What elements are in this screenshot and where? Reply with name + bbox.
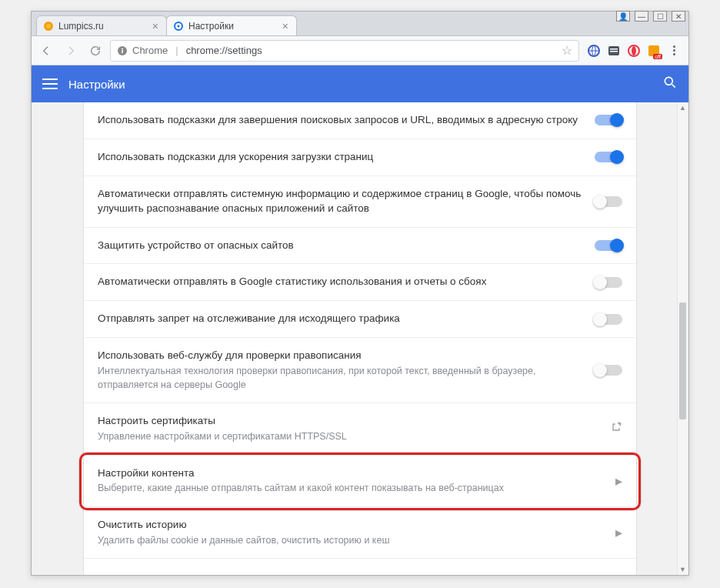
window-minimize-button[interactable]: —	[635, 11, 648, 22]
scroll-track[interactable]	[678, 113, 688, 564]
row-subtitle: Удалить файлы cookie и данные сайтов, оч…	[98, 534, 603, 548]
settings-row[interactable]: Очистить историюУдалить файлы cookie и д…	[84, 507, 636, 559]
svg-rect-6	[122, 50, 123, 53]
toggle-switch[interactable]	[595, 196, 622, 207]
row-text: Использовать подсказки для ускорения заг…	[98, 150, 582, 165]
row-text: Настроить сертификатыУправление настройк…	[98, 414, 598, 443]
row-subtitle: Выберите, какие данные отправлять сайтам…	[98, 482, 603, 496]
row-title: Использовать подсказки для ускорения заг…	[98, 150, 582, 165]
row-title: Автоматически отправлять системную инфор…	[98, 187, 582, 216]
scroll-up-arrow[interactable]: ▲	[678, 102, 688, 113]
toggle-switch[interactable]	[595, 152, 622, 162]
favicon-gear-icon	[173, 21, 184, 32]
nav-back-button[interactable]	[36, 41, 56, 61]
row-title: Настроить сертификаты	[98, 414, 598, 429]
toggle-switch[interactable]	[595, 240, 622, 251]
extension-onetab-icon[interactable]	[607, 44, 621, 58]
settings-title: Настройки	[68, 78, 125, 91]
tab-settings[interactable]: Настройки ×	[166, 15, 297, 35]
window-close-button[interactable]: ✕	[672, 11, 685, 22]
bookmark-star-icon[interactable]: ☆	[562, 43, 572, 58]
settings-row: Защитить устройство от опасных сайтов	[84, 228, 636, 265]
toggle-switch[interactable]	[595, 365, 622, 376]
svg-rect-10	[610, 51, 618, 52]
settings-row: Автоматически отправлять в Google статис…	[84, 264, 636, 301]
svg-point-3	[178, 25, 180, 27]
omnibox-separator: |	[172, 45, 181, 56]
toggle-switch[interactable]	[595, 277, 622, 288]
site-info-icon[interactable]	[117, 45, 128, 56]
svg-point-5	[122, 48, 123, 49]
settings-search-button[interactable]	[662, 75, 678, 93]
chrome-menu-button[interactable]	[667, 42, 681, 58]
extension-off-badge[interactable]: off	[647, 44, 661, 58]
row-title: Использовать веб-службу для проверки пра…	[98, 349, 582, 363]
toggle-switch[interactable]	[595, 314, 622, 325]
scroll-down-arrow[interactable]: ▼	[678, 564, 688, 575]
address-bar: Chrome | chrome://settings ☆ off	[32, 36, 688, 65]
row-text: Автоматически отправлять в Google статис…	[98, 275, 582, 289]
row-title: Автоматически отправлять в Google статис…	[98, 275, 582, 289]
chevron-right-icon: ▸	[615, 473, 622, 489]
settings-row: Автоматически отправлять системную инфор…	[84, 176, 636, 228]
settings-header: Настройки	[32, 65, 688, 102]
extensions-row: off	[584, 42, 684, 58]
external-link-icon[interactable]	[610, 423, 622, 436]
nav-reload-button[interactable]	[85, 41, 105, 61]
settings-row: Использовать подсказки для ускорения заг…	[84, 139, 636, 176]
row-text: Использовать подсказки для завершения по…	[98, 113, 582, 128]
row-text: Защитить устройство от опасных сайтов	[98, 239, 582, 253]
tab-strip: Lumpics.ru × Настройки ×	[32, 12, 688, 36]
row-text: Настройки контентаВыберите, какие данные…	[98, 466, 603, 496]
row-text: Отправлять запрет на отслеживание для ис…	[98, 312, 582, 326]
tab-close-icon[interactable]: ×	[281, 20, 290, 32]
row-text: Автоматически отправлять системную инфор…	[98, 187, 582, 216]
settings-content: Использовать подсказки для завершения по…	[32, 102, 688, 575]
row-title: Настройки контента	[98, 466, 603, 481]
row-title: Защитить устройство от опасных сайтов	[98, 239, 582, 253]
extension-opera-icon[interactable]	[627, 44, 641, 58]
tab-title: Lumpics.ru	[58, 21, 146, 32]
toggle-switch[interactable]	[595, 115, 622, 125]
settings-row: Использовать подсказки для завершения по…	[84, 102, 636, 139]
svg-point-1	[46, 24, 51, 28]
row-title: Очистить историю	[98, 518, 603, 533]
row-text: Очистить историюУдалить файлы cookie и д…	[98, 518, 603, 547]
window-maximize-button[interactable]: ☐	[653, 11, 667, 22]
favicon-orange-icon	[43, 21, 54, 32]
settings-row[interactable]: Настройки контентаВыберите, какие данные…	[84, 456, 636, 507]
row-title: Отправлять запрет на отслеживание для ис…	[98, 312, 582, 326]
menu-hamburger-button[interactable]	[42, 79, 58, 89]
omnibox[interactable]: Chrome | chrome://settings ☆	[110, 40, 579, 62]
chevron-right-icon: ▸	[615, 525, 622, 540]
svg-rect-9	[610, 48, 618, 50]
window-user-button[interactable]: 👤	[616, 11, 630, 22]
window-controls: 👤 — ☐ ✕	[613, 9, 688, 23]
svg-point-12	[632, 46, 636, 55]
row-subtitle: Интеллектуальная технология проверки пра…	[98, 365, 582, 392]
extension-globe-icon[interactable]	[587, 44, 601, 58]
settings-card: Использовать подсказки для завершения по…	[83, 102, 637, 575]
extension-off-label: off	[653, 54, 662, 59]
tab-lumpics[interactable]: Lumpics.ru ×	[36, 15, 167, 35]
settings-row[interactable]: Настроить сертификатыУправление настройк…	[84, 403, 636, 455]
omnibox-scheme: Chrome	[132, 45, 168, 56]
settings-row: Отправлять запрет на отслеживание для ис…	[84, 301, 636, 338]
nav-forward-button[interactable]	[61, 41, 81, 61]
svg-point-14	[665, 77, 672, 85]
vertical-scrollbar[interactable]: ▲ ▼	[677, 102, 688, 575]
omnibox-url: chrome://settings	[186, 45, 262, 56]
settings-row: Использовать веб-службу для проверки пра…	[84, 338, 636, 403]
browser-window: 👤 — ☐ ✕ Lumpics.ru × Настройки ×	[31, 11, 689, 576]
row-title: Использовать подсказки для завершения по…	[98, 113, 582, 128]
tab-close-icon[interactable]: ×	[151, 20, 160, 32]
row-text: Использовать веб-службу для проверки пра…	[98, 349, 582, 392]
row-subtitle: Управление настройками и сертификатами H…	[98, 430, 598, 444]
scroll-thumb[interactable]	[679, 302, 686, 419]
tab-title: Настройки	[188, 21, 276, 32]
